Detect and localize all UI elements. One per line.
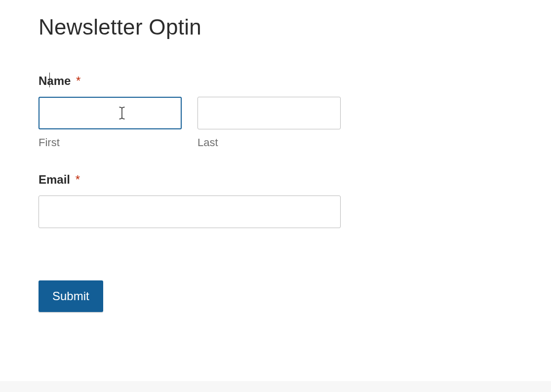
name-field-group: Name * First Last [39, 74, 512, 149]
name-label-text: Name [39, 74, 71, 87]
footer-strip [0, 381, 551, 392]
last-name-input[interactable] [197, 97, 341, 129]
email-field-group: Email * [39, 173, 512, 228]
required-asterisk-icon: * [76, 173, 80, 186]
first-name-column: First [39, 97, 182, 149]
last-name-sublabel: Last [197, 136, 341, 149]
name-row: First Last [39, 97, 512, 149]
page-title: Newsletter Optin [39, 15, 512, 39]
required-asterisk-icon: * [76, 74, 80, 87]
email-input[interactable] [39, 196, 341, 228]
email-label: Email * [39, 173, 512, 187]
name-label: Name * [39, 74, 512, 88]
submit-button[interactable]: Submit [39, 280, 103, 312]
first-name-input[interactable] [39, 97, 182, 129]
first-name-sublabel: First [39, 136, 182, 149]
last-name-column: Last [197, 97, 341, 149]
email-label-text: Email [39, 173, 70, 186]
form-container: Newsletter Optin Name * First Last Email… [0, 0, 551, 327]
